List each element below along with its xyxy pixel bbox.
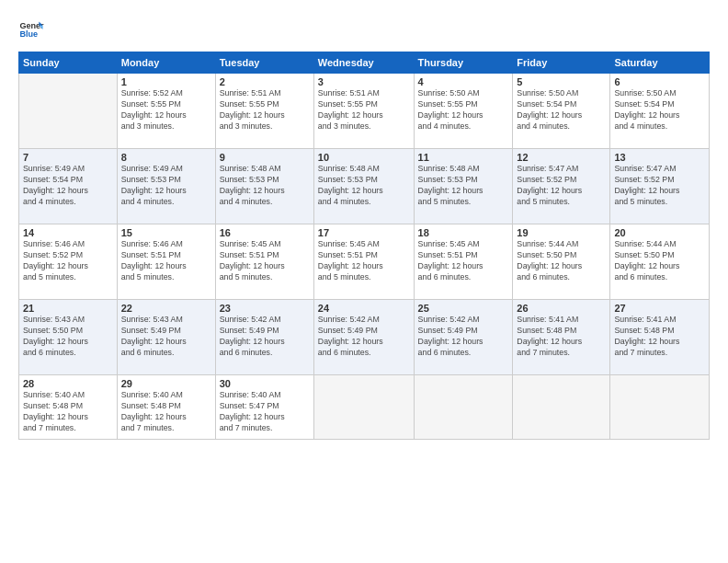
day-info: Sunrise: 5:40 AM Sunset: 5:47 PM Dayligh… [220,390,310,434]
day-number: 9 [220,152,310,163]
calendar-day-cell: 15Sunrise: 5:46 AM Sunset: 5:51 PM Dayli… [117,224,215,300]
day-number: 17 [318,227,410,238]
calendar-day-cell: 25Sunrise: 5:42 AM Sunset: 5:49 PM Dayli… [414,300,513,375]
calendar-day-cell: 6Sunrise: 5:50 AM Sunset: 5:54 PM Daylig… [610,74,710,149]
day-info: Sunrise: 5:43 AM Sunset: 5:49 PM Dayligh… [121,315,211,359]
calendar-week-row: 14Sunrise: 5:46 AM Sunset: 5:52 PM Dayli… [19,224,710,300]
day-number: 26 [517,303,606,314]
day-number: 18 [418,227,509,238]
calendar-week-row: 28Sunrise: 5:40 AM Sunset: 5:48 PM Dayli… [19,375,710,440]
logo: General Blue [18,17,44,42]
calendar-day-cell: 22Sunrise: 5:43 AM Sunset: 5:49 PM Dayli… [117,300,215,375]
day-info: Sunrise: 5:45 AM Sunset: 5:51 PM Dayligh… [318,239,410,283]
empty-cell [513,375,610,440]
day-number: 12 [517,152,606,163]
day-info: Sunrise: 5:40 AM Sunset: 5:48 PM Dayligh… [23,390,113,434]
calendar-day-cell: 1Sunrise: 5:52 AM Sunset: 5:55 PM Daylig… [117,74,215,149]
logo-icon: General Blue [18,17,44,42]
day-number: 4 [418,76,509,87]
empty-cell [610,375,710,440]
calendar-day-cell: 2Sunrise: 5:51 AM Sunset: 5:55 PM Daylig… [215,74,313,149]
calendar-day-cell: 30Sunrise: 5:40 AM Sunset: 5:47 PM Dayli… [215,375,313,440]
day-number: 23 [220,303,310,314]
day-info: Sunrise: 5:41 AM Sunset: 5:48 PM Dayligh… [517,315,606,359]
day-number: 2 [220,76,310,87]
header-tuesday: Tuesday [215,52,313,74]
day-info: Sunrise: 5:52 AM Sunset: 5:55 PM Dayligh… [121,88,211,132]
day-number: 25 [418,303,509,314]
header-thursday: Thursday [414,52,513,74]
calendar-day-cell: 27Sunrise: 5:41 AM Sunset: 5:48 PM Dayli… [610,300,710,375]
day-info: Sunrise: 5:47 AM Sunset: 5:52 PM Dayligh… [517,164,606,208]
day-info: Sunrise: 5:43 AM Sunset: 5:50 PM Dayligh… [23,315,113,359]
day-number: 8 [121,152,211,163]
svg-text:Blue: Blue [19,29,38,39]
day-info: Sunrise: 5:46 AM Sunset: 5:51 PM Dayligh… [121,239,211,283]
header-wednesday: Wednesday [313,52,414,74]
day-info: Sunrise: 5:51 AM Sunset: 5:55 PM Dayligh… [220,88,310,132]
calendar-day-cell: 20Sunrise: 5:44 AM Sunset: 5:50 PM Dayli… [610,224,710,300]
page-header: General Blue [18,17,710,42]
day-info: Sunrise: 5:45 AM Sunset: 5:51 PM Dayligh… [220,239,310,283]
day-number: 19 [517,227,606,238]
calendar-day-cell: 16Sunrise: 5:45 AM Sunset: 5:51 PM Dayli… [215,224,313,300]
day-info: Sunrise: 5:42 AM Sunset: 5:49 PM Dayligh… [418,315,509,359]
day-number: 29 [121,378,211,389]
header-friday: Friday [513,52,610,74]
calendar-day-cell: 28Sunrise: 5:40 AM Sunset: 5:48 PM Dayli… [19,375,118,440]
day-number: 3 [318,76,410,87]
day-number: 21 [23,303,113,314]
calendar-week-row: 1Sunrise: 5:52 AM Sunset: 5:55 PM Daylig… [19,74,710,149]
day-number: 5 [517,76,606,87]
calendar-header-row: SundayMondayTuesdayWednesdayThursdayFrid… [19,52,710,74]
calendar-day-cell: 3Sunrise: 5:51 AM Sunset: 5:55 PM Daylig… [313,74,414,149]
calendar-day-cell: 29Sunrise: 5:40 AM Sunset: 5:48 PM Dayli… [117,375,215,440]
empty-cell [19,74,118,149]
day-number: 28 [23,378,113,389]
day-info: Sunrise: 5:48 AM Sunset: 5:53 PM Dayligh… [418,164,509,208]
day-number: 27 [614,303,705,314]
day-info: Sunrise: 5:46 AM Sunset: 5:52 PM Dayligh… [23,239,113,283]
day-number: 13 [614,152,705,163]
day-info: Sunrise: 5:42 AM Sunset: 5:49 PM Dayligh… [318,315,410,359]
day-info: Sunrise: 5:49 AM Sunset: 5:53 PM Dayligh… [121,164,211,208]
header-monday: Monday [117,52,215,74]
day-number: 24 [318,303,410,314]
calendar-week-row: 21Sunrise: 5:43 AM Sunset: 5:50 PM Dayli… [19,300,710,375]
calendar-table: SundayMondayTuesdayWednesdayThursdayFrid… [18,52,710,440]
day-info: Sunrise: 5:50 AM Sunset: 5:54 PM Dayligh… [517,88,606,132]
day-info: Sunrise: 5:47 AM Sunset: 5:52 PM Dayligh… [614,164,705,208]
calendar-day-cell: 14Sunrise: 5:46 AM Sunset: 5:52 PM Dayli… [19,224,118,300]
day-number: 14 [23,227,113,238]
day-info: Sunrise: 5:44 AM Sunset: 5:50 PM Dayligh… [614,239,705,283]
day-info: Sunrise: 5:49 AM Sunset: 5:54 PM Dayligh… [23,164,113,208]
calendar-day-cell: 5Sunrise: 5:50 AM Sunset: 5:54 PM Daylig… [513,74,610,149]
day-info: Sunrise: 5:51 AM Sunset: 5:55 PM Dayligh… [318,88,410,132]
empty-cell [313,375,414,440]
day-info: Sunrise: 5:48 AM Sunset: 5:53 PM Dayligh… [318,164,410,208]
day-number: 11 [418,152,509,163]
day-info: Sunrise: 5:40 AM Sunset: 5:48 PM Dayligh… [121,390,211,434]
header-sunday: Sunday [19,52,118,74]
empty-cell [414,375,513,440]
day-info: Sunrise: 5:45 AM Sunset: 5:51 PM Dayligh… [418,239,509,283]
day-info: Sunrise: 5:41 AM Sunset: 5:48 PM Dayligh… [614,315,705,359]
calendar-day-cell: 21Sunrise: 5:43 AM Sunset: 5:50 PM Dayli… [19,300,118,375]
day-number: 10 [318,152,410,163]
day-number: 6 [614,76,705,87]
calendar-day-cell: 13Sunrise: 5:47 AM Sunset: 5:52 PM Dayli… [610,149,710,224]
calendar-day-cell: 8Sunrise: 5:49 AM Sunset: 5:53 PM Daylig… [117,149,215,224]
calendar-day-cell: 24Sunrise: 5:42 AM Sunset: 5:49 PM Dayli… [313,300,414,375]
day-number: 20 [614,227,705,238]
calendar-day-cell: 18Sunrise: 5:45 AM Sunset: 5:51 PM Dayli… [414,224,513,300]
calendar-week-row: 7Sunrise: 5:49 AM Sunset: 5:54 PM Daylig… [19,149,710,224]
calendar-day-cell: 7Sunrise: 5:49 AM Sunset: 5:54 PM Daylig… [19,149,118,224]
calendar-day-cell: 10Sunrise: 5:48 AM Sunset: 5:53 PM Dayli… [313,149,414,224]
day-number: 15 [121,227,211,238]
calendar-day-cell: 4Sunrise: 5:50 AM Sunset: 5:55 PM Daylig… [414,74,513,149]
day-info: Sunrise: 5:50 AM Sunset: 5:54 PM Dayligh… [614,88,705,132]
day-number: 22 [121,303,211,314]
day-info: Sunrise: 5:44 AM Sunset: 5:50 PM Dayligh… [517,239,606,283]
day-info: Sunrise: 5:48 AM Sunset: 5:53 PM Dayligh… [220,164,310,208]
calendar-day-cell: 11Sunrise: 5:48 AM Sunset: 5:53 PM Dayli… [414,149,513,224]
